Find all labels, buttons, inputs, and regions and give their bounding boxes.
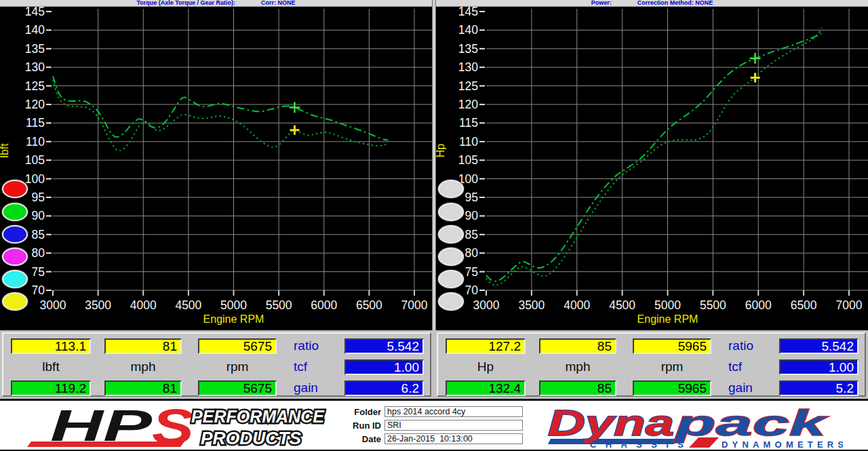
hps-logo: HP S PERFORMANCE PRODUCTS bbox=[12, 403, 332, 450]
torque-ytick: 90 bbox=[32, 209, 45, 222]
power-ytick: 135 bbox=[458, 42, 478, 56]
power-ytick: 90 bbox=[465, 209, 479, 222]
power-channel-button-3[interactable] bbox=[438, 225, 464, 243]
power-ytick: 120 bbox=[458, 98, 478, 111]
torque-ytick: 115 bbox=[26, 116, 45, 130]
power-ytick: 145 bbox=[458, 7, 478, 18]
torque-channel-button-4[interactable] bbox=[2, 248, 28, 266]
folder-input[interactable] bbox=[384, 406, 523, 417]
power-ytick: 70 bbox=[465, 283, 479, 297]
tcf-label: tcf bbox=[294, 359, 338, 374]
power-xtick: 4000 bbox=[564, 298, 590, 312]
run-id-label: Run ID bbox=[339, 420, 381, 431]
ratio-label: ratio bbox=[294, 338, 338, 353]
torque-xtick: 5500 bbox=[266, 298, 292, 312]
folder-row: Folder bbox=[339, 406, 523, 417]
power-unit-label: Hp bbox=[446, 359, 526, 374]
rpm-current-value: 5675 bbox=[198, 380, 277, 396]
torque-peak-marker-yellow bbox=[290, 125, 299, 135]
hps-products-text: PRODUCTS bbox=[201, 428, 302, 448]
rpm-unit-label: rpm bbox=[633, 359, 711, 374]
speed-baseline-value: 85 bbox=[539, 338, 616, 354]
torque-gridlines bbox=[46, 9, 432, 296]
torque-channel-button-5[interactable] bbox=[2, 270, 28, 288]
torque-header-correction: Corr: NONE bbox=[261, 0, 296, 6]
speed-current-value: 85 bbox=[539, 380, 616, 396]
torque-plot: 1451401351301251201151101051009590858075… bbox=[0, 7, 432, 330]
ratio-value: 5.542 bbox=[344, 338, 424, 354]
run-id-input[interactable] bbox=[384, 420, 523, 431]
power-baseline-value: 127.2 bbox=[446, 338, 526, 354]
power-ytick: 105 bbox=[458, 153, 478, 167]
power-ytick: 80 bbox=[465, 246, 479, 260]
torque-channel-button-3[interactable] bbox=[2, 225, 28, 243]
power-x-axis-title: Engine RPM bbox=[637, 313, 698, 325]
torque-unit-label: lbft bbox=[11, 359, 91, 374]
power-xtick: 4500 bbox=[609, 298, 635, 312]
dynapack-logo-dyna: Dyna bbox=[548, 402, 674, 443]
torque-channel-button-1[interactable] bbox=[2, 180, 28, 198]
torque-channel-button-6[interactable] bbox=[2, 292, 28, 311]
power-y-axis-title: Hp bbox=[436, 144, 446, 158]
power-xtick: 5500 bbox=[700, 298, 726, 312]
rpm-baseline-value: 5675 bbox=[198, 338, 277, 354]
hps-performance-text: PERFORMANCE bbox=[191, 406, 325, 427]
gain-label: gain bbox=[294, 380, 338, 395]
power-xtick: 3500 bbox=[518, 298, 545, 312]
ratio-value: 5.542 bbox=[779, 338, 859, 354]
power-xtick: 6500 bbox=[791, 298, 817, 312]
tcf-label: tcf bbox=[728, 359, 773, 374]
power-xtick: 5000 bbox=[654, 298, 681, 312]
torque-xtick: 3500 bbox=[85, 298, 111, 312]
date-label: Date bbox=[339, 434, 381, 444]
power-ytick: 125 bbox=[458, 79, 478, 93]
torque-channel-button-2[interactable] bbox=[2, 203, 28, 221]
torque-panel: Torque (Axle Torque / Gear Ratio): Corr:… bbox=[0, 0, 432, 330]
torque-xtick: 6500 bbox=[356, 298, 382, 312]
run-id-row: Run ID bbox=[339, 420, 523, 431]
torque-ytick: 125 bbox=[25, 79, 45, 93]
power-readout-panel: 127.2 85 5965 Hp mph rpm 132.4 85 5965 r… bbox=[437, 332, 866, 397]
power-channel-button-4[interactable] bbox=[438, 248, 464, 266]
torque-ytick: 85 bbox=[32, 228, 45, 241]
folder-label: Folder bbox=[339, 407, 381, 417]
torque-axis-labels: 1451401351301251201151101051009590858075… bbox=[0, 7, 428, 325]
gain-label: gain bbox=[728, 380, 773, 395]
torque-ytick: 105 bbox=[25, 153, 45, 167]
torque-peak-marker-green bbox=[289, 102, 300, 113]
torque-header-title: Torque (Axle Torque / Gear Ratio): bbox=[136, 0, 235, 6]
power-dashdot-curve bbox=[486, 28, 822, 281]
torque-xtick: 4500 bbox=[175, 298, 201, 312]
power-plot: 1451401351301251201151101051009590858075… bbox=[436, 7, 868, 330]
power-xtick: 7000 bbox=[836, 298, 863, 312]
hps-logo-s: S bbox=[152, 403, 194, 450]
torque-xtick: 3000 bbox=[40, 298, 66, 312]
torque-current-value: 119.2 bbox=[11, 380, 91, 396]
torque-xtick: 4000 bbox=[130, 298, 157, 312]
torque-y-axis-title: lbft bbox=[0, 143, 10, 158]
torque-ytick: 120 bbox=[25, 98, 45, 111]
date-input[interactable] bbox=[384, 433, 523, 444]
torque-ytick: 135 bbox=[25, 42, 45, 56]
torque-xtick: 6000 bbox=[311, 298, 337, 312]
rpm-unit-label: rpm bbox=[198, 359, 277, 374]
power-header-correction: Correction Method: NONE bbox=[637, 0, 713, 6]
power-ytick: 115 bbox=[459, 116, 478, 130]
torque-baseline-value: 113.1 bbox=[11, 338, 91, 354]
hps-logo-hp: HP bbox=[50, 403, 153, 450]
power-panel: Power: Correction Method: NONE 145140135… bbox=[436, 0, 868, 330]
torque-readout-panel: 113.1 81 5675 lbft mph rpm 119.2 81 5675… bbox=[2, 332, 431, 397]
torque-ytick: 75 bbox=[32, 265, 45, 279]
torque-header: Torque (Axle Torque / Gear Ratio): Corr:… bbox=[0, 0, 432, 7]
power-ytick: 140 bbox=[458, 23, 478, 37]
torque-ytick: 110 bbox=[26, 135, 45, 149]
power-channel-button-6[interactable] bbox=[438, 292, 464, 311]
power-xtick: 6000 bbox=[745, 298, 772, 312]
torque-x-axis-title: Engine RPM bbox=[203, 313, 264, 325]
power-xtick: 3000 bbox=[473, 298, 500, 312]
torque-ytick: 80 bbox=[32, 246, 45, 260]
power-channel-button-2[interactable] bbox=[438, 203, 464, 221]
power-header-title: Power: bbox=[591, 0, 612, 6]
power-channel-button-5[interactable] bbox=[438, 270, 464, 288]
power-channel-button-1[interactable] bbox=[438, 180, 464, 198]
